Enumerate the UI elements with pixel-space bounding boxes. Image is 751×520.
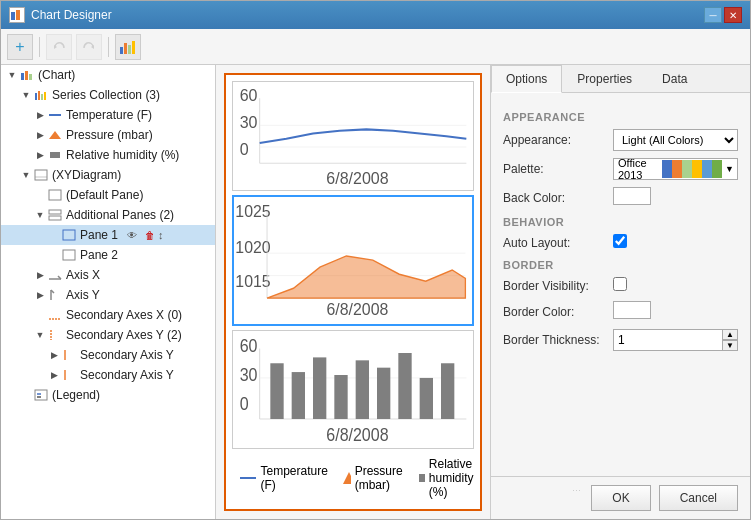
tree-label-secondary-axes-x: Secondary Axes X (0) — [66, 308, 182, 322]
tree-item-legend[interactable]: ▶ (Legend) — [1, 385, 215, 405]
tree-item-default-pane[interactable]: ▶ (Default Pane) — [1, 185, 215, 205]
svg-rect-62 — [313, 357, 326, 419]
tree-container[interactable]: ▼ (Chart) ▼ Series Collection (3) — [1, 65, 215, 519]
prop-row-palette: Palette: Office 2013 ▼ — [503, 158, 738, 180]
tree-item-temperature[interactable]: ▶ Temperature (F) — [1, 105, 215, 125]
svg-rect-22 — [49, 210, 61, 214]
tree-arrow-temperature[interactable]: ▶ — [33, 108, 47, 122]
appearance-select[interactable]: Light (All Colors) — [613, 129, 738, 151]
tree-arrow-chart[interactable]: ▼ — [5, 68, 19, 82]
border-thickness-input[interactable] — [613, 329, 722, 351]
svg-rect-15 — [44, 92, 46, 100]
xydiagram-icon — [33, 167, 49, 183]
spinner-up-button[interactable]: ▲ — [722, 329, 738, 340]
tree-item-secondary-axis-y1[interactable]: ▶ Secondary Axis Y — [1, 345, 215, 365]
tree-arrow-sec-y2[interactable]: ▶ — [47, 368, 61, 382]
close-button[interactable]: ✕ — [724, 7, 742, 23]
chart-area-humidity[interactable]: 60 30 0 — [232, 330, 474, 449]
undo-button[interactable] — [46, 34, 72, 60]
tab-data[interactable]: Data — [647, 65, 702, 93]
tree-label-secondary-axis-y2: Secondary Axis Y — [80, 368, 174, 382]
pane1-delete-button[interactable]: 🗑 — [142, 227, 158, 243]
tree-item-secondary-axes-y[interactable]: ▼ Secondary Axes Y (2) — [1, 325, 215, 345]
tree-arrow-axis-y[interactable]: ▶ — [33, 288, 47, 302]
tree-item-chart[interactable]: ▼ (Chart) — [1, 65, 215, 85]
svg-rect-10 — [25, 71, 28, 80]
legend-label-pressure: Pressure (mbar) — [355, 464, 408, 492]
border-visibility-checkbox[interactable] — [613, 277, 627, 291]
tree-arrow-humidity[interactable]: ▶ — [33, 148, 47, 162]
legend-item-temperature: Temperature (F) — [240, 464, 331, 492]
tree-label-additional-panes: Additional Panes (2) — [66, 208, 174, 222]
tree-item-additional-panes[interactable]: ▼ Additional Panes (2) — [1, 205, 215, 225]
palette-color-1 — [662, 160, 672, 178]
chart-icon — [19, 67, 35, 83]
spinner-down-button[interactable]: ▼ — [722, 340, 738, 351]
auto-layout-checkbox[interactable] — [613, 234, 627, 248]
window-icon — [9, 7, 25, 23]
default-pane-icon — [47, 187, 63, 203]
additional-panes-icon — [47, 207, 63, 223]
tree-item-humidity[interactable]: ▶ Relative humidity (%) — [1, 145, 215, 165]
redo-button[interactable] — [76, 34, 102, 60]
pane2-icon — [61, 247, 77, 263]
prop-row-border-color: Border Color: — [503, 301, 738, 322]
palette-label: Palette: — [503, 162, 613, 176]
palette-dropdown-arrow[interactable]: ▼ — [722, 164, 737, 174]
tree-item-axis-x[interactable]: ▶ Axis X — [1, 265, 215, 285]
svg-rect-63 — [334, 375, 347, 419]
cancel-button[interactable]: Cancel — [659, 485, 738, 511]
svg-text:6/8/2008: 6/8/2008 — [326, 168, 388, 186]
svg-rect-14 — [41, 94, 43, 100]
svg-text:1015: 1015 — [235, 272, 270, 291]
spinner-buttons: ▲ ▼ — [722, 329, 738, 351]
toolbar-separator-1 — [39, 37, 40, 57]
tree-arrow-axis-x[interactable]: ▶ — [33, 268, 47, 282]
ok-button[interactable]: OK — [591, 485, 650, 511]
svg-rect-36 — [37, 396, 41, 398]
tree-label-chart: (Chart) — [38, 68, 75, 82]
tree-item-axis-y[interactable]: ▶ Axis Y — [1, 285, 215, 305]
chart-area-pressure[interactable]: 1025 1020 1015 6/8/2008 — [232, 195, 474, 325]
auto-layout-label: Auto Layout: — [503, 236, 613, 250]
tree-item-pane2[interactable]: ▶ Pane 2 — [1, 245, 215, 265]
border-color-swatch[interactable] — [613, 301, 651, 319]
chart-area-temperature[interactable]: 60 30 0 6/8/2008 — [232, 81, 474, 191]
tree-arrow-sec-y[interactable]: ▼ — [33, 328, 47, 342]
legend-item-humidity: Relative humidity (%) — [419, 457, 480, 499]
tree-item-series-collection[interactable]: ▼ Series Collection (3) — [1, 85, 215, 105]
tree-arrow-additional-panes[interactable]: ▼ — [33, 208, 47, 222]
window-controls: ─ ✕ — [704, 7, 742, 23]
tree-item-secondary-axis-y2[interactable]: ▶ Secondary Axis Y — [1, 365, 215, 385]
svg-rect-12 — [35, 93, 37, 100]
border-thickness-label: Border Thickness: — [503, 333, 613, 347]
svg-text:60: 60 — [240, 86, 258, 104]
section-title-appearance: APPEARANCE — [503, 111, 738, 123]
tree-label-secondary-axis-y1: Secondary Axis Y — [80, 348, 174, 362]
pane1-visible-button[interactable]: 👁 — [124, 227, 140, 243]
tab-properties[interactable]: Properties — [562, 65, 647, 93]
minimize-button[interactable]: ─ — [704, 7, 722, 23]
svg-text:1025: 1025 — [235, 202, 270, 221]
svg-text:30: 30 — [240, 113, 258, 131]
tree-arrow-pressure[interactable]: ▶ — [33, 128, 47, 142]
tree-label-humidity: Relative humidity (%) — [66, 148, 179, 162]
tree-arrow-xydiagram[interactable]: ▼ — [19, 168, 33, 182]
tree-item-secondary-axes-x[interactable]: ▶ Secondary Axes X (0) — [1, 305, 215, 325]
tree-item-pressure[interactable]: ▶ Pressure (mbar) — [1, 125, 215, 145]
tree-item-xydiagram[interactable]: ▼ (XYDiagram) — [1, 165, 215, 185]
tree-arrow-series[interactable]: ▼ — [19, 88, 33, 102]
section-title-border: BORDER — [503, 259, 738, 271]
tree-item-pane1[interactable]: ▶ Pane 1 👁 🗑 ↕ — [1, 225, 215, 245]
back-color-swatch[interactable] — [613, 187, 651, 205]
svg-rect-23 — [49, 216, 61, 220]
left-panel: ▼ (Chart) ▼ Series Collection (3) — [1, 65, 216, 519]
tree-arrow-sec-y1[interactable]: ▶ — [47, 348, 61, 362]
palette-color-2 — [672, 160, 682, 178]
add-button[interactable]: + — [7, 34, 33, 60]
secondary-axes-x-icon — [47, 307, 63, 323]
svg-rect-34 — [35, 390, 47, 400]
tree-label-xydiagram: (XYDiagram) — [52, 168, 121, 182]
tab-options[interactable]: Options — [491, 65, 562, 93]
chart-button[interactable] — [115, 34, 141, 60]
